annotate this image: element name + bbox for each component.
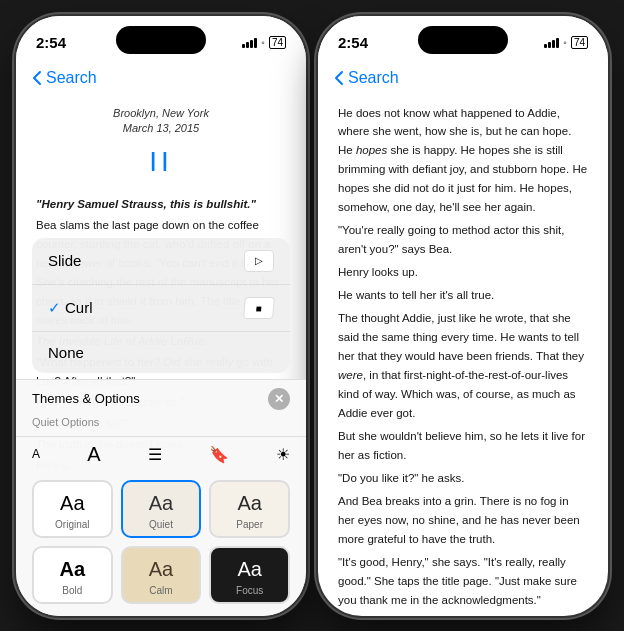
left-phone-content: Brooklyn, New YorkMarch 13, 2015 II "Hen… [16,96,306,616]
right-nav-bar: Search [318,60,608,96]
themes-subtitle: Quiet Options [32,416,290,428]
right-battery-icon: 74 [571,36,588,49]
phones-container: 2:54 ◦︎ 74 Search [16,16,608,616]
right-back-label: Search [348,69,399,87]
right-back-button[interactable]: Search [334,69,399,87]
theme-original[interactable]: Aa Original [32,480,113,538]
left-status-icons: ◦︎ 74 [242,36,286,49]
book-location: Brooklyn, New YorkMarch 13, 2015 [36,106,286,137]
transition-curl[interactable]: ✓ Curl ■ [32,285,290,332]
wifi-icon: ◦︎ [261,37,265,48]
theme-calm-label: Calm [149,585,172,596]
transition-none-label: None [48,344,84,361]
theme-original-label: Original [55,519,89,530]
font-small-button[interactable]: A [32,447,40,461]
theme-bold-label: Bold [62,585,82,596]
check-icon: ✓ [48,299,61,317]
align-button[interactable]: ☰ [148,445,162,464]
themes-grid: Aa Original Aa Quiet Aa Paper Aa Bold [16,472,306,616]
reader-toolbar: A A ☰ 🔖 ☀ [16,436,306,472]
battery-icon: 74 [269,36,286,49]
theme-paper-aa: Aa [237,492,261,515]
right-dynamic-island [418,26,508,54]
themes-header: Themes & Options ✕ [32,388,290,410]
right-signal-icon [544,38,559,48]
left-nav-bar: Search [16,60,306,96]
bookmark-button[interactable]: 🔖 [209,445,229,464]
right-phone: 2:54 ◦ 74 Search [318,16,608,616]
left-back-label: Search [46,69,97,87]
dynamic-island [116,26,206,54]
transition-slide[interactable]: Slide ▷ [32,238,290,285]
left-back-button[interactable]: Search [32,69,97,87]
theme-focus[interactable]: Aa Focus [209,546,290,604]
left-phone: 2:54 ◦︎ 74 Search [16,16,306,616]
slide-panel: Slide ▷ ✓ Curl ■ None [16,238,306,616]
theme-quiet-aa: Aa [149,492,173,515]
theme-bold[interactable]: Aa Bold [32,546,113,604]
right-wifi-icon: ◦ [563,37,567,48]
right-phone-content: He does not know what happened to Addie,… [318,96,608,616]
theme-paper-label: Paper [236,519,263,530]
right-status-time: 2:54 [338,34,368,51]
theme-focus-label: Focus [236,585,263,596]
brightness-button[interactable]: ☀ [276,445,290,464]
right-status-icons: ◦ 74 [544,36,588,49]
transition-slide-label: Slide [48,252,81,269]
transition-curl-label: Curl [65,299,244,316]
theme-focus-aa: Aa [237,558,261,581]
book-header: Brooklyn, New YorkMarch 13, 2015 II [36,106,286,186]
transition-none[interactable]: None [32,332,290,373]
chapter-number: II [36,140,286,185]
themes-close-button[interactable]: ✕ [268,388,290,410]
font-large-button[interactable]: A [87,443,100,466]
book-quote-start: "Henry Samuel Strauss, this is bullshit.… [36,198,256,210]
slide-icon: ▷ [244,250,274,272]
theme-original-aa: Aa [60,492,84,515]
theme-quiet[interactable]: Aa Quiet [121,480,202,538]
left-status-time: 2:54 [36,34,66,51]
theme-calm-aa: Aa [149,558,173,581]
transition-menu: Slide ▷ ✓ Curl ■ None [32,238,290,373]
themes-bar: Themes & Options ✕ Quiet Options [16,379,306,436]
signal-icon [242,38,257,48]
themes-title: Themes & Options [32,391,140,406]
theme-paper[interactable]: Aa Paper [209,480,290,538]
theme-quiet-label: Quiet [149,519,173,530]
right-book-content[interactable]: He does not know what happened to Addie,… [318,96,608,616]
theme-bold-aa: Aa [60,558,86,581]
theme-calm[interactable]: Aa Calm [121,546,202,604]
curl-icon: ■ [243,297,275,319]
